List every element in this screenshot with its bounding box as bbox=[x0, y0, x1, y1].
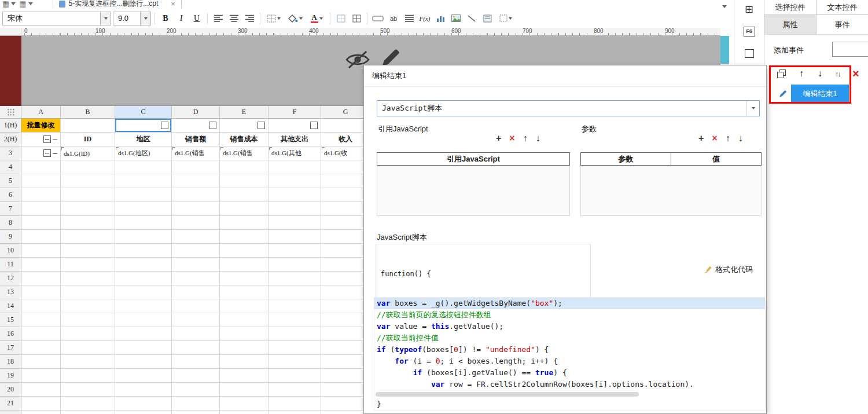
code-line[interactable]: var value = this.getValue(); bbox=[374, 321, 765, 332]
cell-E8[interactable] bbox=[220, 216, 269, 230]
cell-D9[interactable] bbox=[172, 230, 220, 244]
column-header-F[interactable]: F bbox=[269, 106, 321, 119]
cell-C2[interactable]: 地区 bbox=[115, 133, 172, 146]
cell-D5[interactable] bbox=[172, 174, 220, 188]
font-size-select[interactable]: 9.0 bbox=[113, 12, 151, 25]
code-line[interactable]: var row = FR.cellStr2ColumnRow(boxes[i].… bbox=[374, 379, 765, 390]
chevron-down-icon[interactable] bbox=[140, 12, 150, 25]
cell-D1[interactable] bbox=[172, 119, 220, 133]
cell-A5[interactable] bbox=[21, 174, 61, 188]
cell-E10[interactable] bbox=[220, 244, 269, 258]
cell-D10[interactable] bbox=[172, 244, 220, 258]
cell-A11[interactable] bbox=[21, 258, 61, 272]
move-up-icon[interactable]: ↑ bbox=[799, 68, 804, 79]
cell-E13[interactable] bbox=[220, 285, 269, 299]
cell-D7[interactable] bbox=[172, 202, 220, 216]
row-header-17[interactable]: 17 bbox=[0, 341, 21, 355]
edit-event-pencil-button[interactable] bbox=[774, 85, 791, 102]
cell-B16[interactable] bbox=[61, 327, 115, 341]
cell-B20[interactable] bbox=[61, 383, 115, 397]
cell-E16[interactable] bbox=[220, 327, 269, 341]
code-line[interactable]: if (boxes[i].getValue() == true) { bbox=[374, 367, 765, 379]
format-code-button[interactable]: 格式化代码 bbox=[703, 265, 753, 275]
param-table-body[interactable] bbox=[580, 166, 762, 216]
cell-B5[interactable] bbox=[61, 174, 115, 188]
code-line[interactable]: } bbox=[374, 398, 765, 410]
checkbox-icon[interactable] bbox=[161, 122, 168, 129]
sort-icon[interactable]: ↑↓ bbox=[835, 69, 840, 78]
cell-F10[interactable] bbox=[269, 244, 321, 258]
align-right-button[interactable] bbox=[242, 12, 256, 25]
cell-B15[interactable] bbox=[61, 313, 115, 327]
cell-F4[interactable] bbox=[269, 160, 321, 174]
add-icon[interactable]: + bbox=[496, 134, 501, 143]
column-header-B[interactable]: B bbox=[61, 106, 115, 119]
cell-B21[interactable] bbox=[61, 397, 115, 411]
row-header-20[interactable]: 20 bbox=[0, 383, 21, 397]
sheet-corner[interactable] bbox=[0, 106, 21, 119]
textarea-widget-button[interactable] bbox=[480, 12, 494, 25]
checkbox-icon[interactable] bbox=[310, 122, 318, 129]
paste-menu-icon[interactable]: ▦ bbox=[2, 0, 16, 8]
add-widget-icon[interactable]: ⊞ bbox=[742, 2, 757, 17]
cell-B4[interactable] bbox=[61, 160, 115, 174]
add-event-select[interactable] bbox=[832, 42, 868, 57]
cell-A9[interactable] bbox=[21, 230, 61, 244]
cell-B1[interactable] bbox=[61, 119, 115, 133]
cell-E21[interactable] bbox=[220, 397, 269, 411]
cell-A18[interactable] bbox=[21, 355, 61, 369]
font-family-select[interactable]: 宋体 bbox=[2, 12, 111, 25]
font-color-button[interactable]: A bbox=[307, 12, 326, 25]
cell-C14[interactable] bbox=[115, 299, 172, 313]
code-line[interactable]: if (typeof(boxes[0]) != "undefined") { bbox=[374, 344, 765, 356]
move-up-icon[interactable]: ↑ bbox=[523, 134, 528, 143]
column-header-A[interactable]: A bbox=[21, 106, 61, 119]
cell-F22[interactable] bbox=[269, 411, 321, 414]
cell-F1[interactable] bbox=[269, 119, 321, 133]
cell-E1[interactable] bbox=[220, 119, 269, 133]
cell-F12[interactable] bbox=[269, 272, 321, 285]
italic-button[interactable]: I bbox=[174, 12, 188, 25]
parameter-panel-icon[interactable]: F6 bbox=[742, 24, 757, 39]
code-hscrollbar-thumb[interactable] bbox=[376, 392, 639, 397]
row-header-19[interactable]: 19 bbox=[0, 369, 21, 383]
cell-C21[interactable] bbox=[115, 397, 172, 411]
tab-text-widget[interactable]: 文本控件 bbox=[816, 0, 868, 14]
cell-F7[interactable] bbox=[269, 202, 321, 216]
checkbox-icon[interactable] bbox=[209, 122, 216, 129]
cell-menu-icon[interactable]: ▦ bbox=[19, 0, 32, 8]
event-list-item-selected[interactable]: 编辑结束1 bbox=[791, 85, 849, 102]
cell-B17[interactable] bbox=[61, 341, 115, 355]
textfield-widget-button[interactable]: ab bbox=[387, 12, 400, 25]
cell-B19[interactable] bbox=[61, 369, 115, 383]
justify-lines-button[interactable] bbox=[402, 12, 416, 25]
cell-F8[interactable] bbox=[269, 216, 321, 230]
column-header-E[interactable]: E bbox=[220, 106, 269, 119]
grid-button[interactable] bbox=[350, 12, 363, 25]
cell-A14[interactable] bbox=[21, 299, 61, 313]
delete-icon[interactable]: × bbox=[712, 134, 717, 143]
cell-B22[interactable] bbox=[61, 411, 115, 414]
underline-button[interactable]: U bbox=[190, 12, 204, 25]
cell-F9[interactable] bbox=[269, 230, 321, 244]
cell-A16[interactable] bbox=[21, 327, 61, 341]
row-header-11[interactable]: 11 bbox=[0, 258, 21, 272]
cell-F19[interactable] bbox=[269, 369, 321, 383]
cell-C6[interactable] bbox=[115, 188, 172, 202]
cell-A8[interactable] bbox=[21, 216, 61, 230]
cell-C13[interactable] bbox=[115, 285, 172, 299]
cell-F21[interactable] bbox=[269, 397, 321, 411]
cell-A13[interactable] bbox=[21, 285, 61, 299]
cell-E5[interactable] bbox=[220, 174, 269, 188]
cell-B7[interactable] bbox=[61, 202, 115, 216]
cell-A4[interactable] bbox=[21, 160, 61, 174]
bold-button[interactable]: B bbox=[159, 12, 172, 25]
cell-F16[interactable] bbox=[269, 327, 321, 341]
cell-B9[interactable] bbox=[61, 230, 115, 244]
line-button[interactable] bbox=[465, 12, 479, 25]
cell-C8[interactable] bbox=[115, 216, 172, 230]
cell-A10[interactable] bbox=[21, 244, 61, 258]
cell-B10[interactable] bbox=[61, 244, 115, 258]
row-header-14[interactable]: 14 bbox=[0, 299, 21, 313]
chart-button[interactable] bbox=[433, 12, 447, 25]
